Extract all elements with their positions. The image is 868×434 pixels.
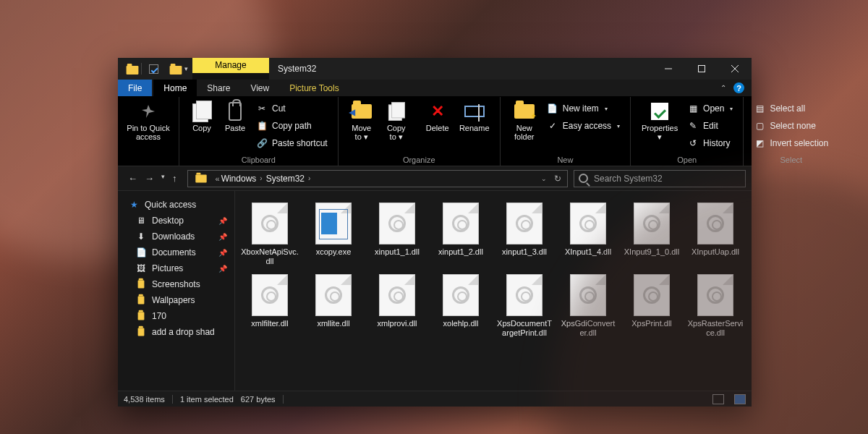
history-button[interactable]: ↺History: [684, 136, 736, 150]
file-name: xmlprovi.dll: [377, 319, 417, 328]
paste-button[interactable]: Paste: [220, 100, 250, 132]
file-item[interactable]: xmlfilter.dll: [239, 274, 300, 337]
tab-share[interactable]: Share: [197, 80, 240, 96]
move-to-button[interactable]: ◀ Move to ▾: [346, 100, 378, 141]
refresh-button[interactable]: ↻: [551, 174, 564, 184]
file-item[interactable]: xcopy.exe: [303, 203, 364, 265]
file-item[interactable]: xmlprovi.dll: [367, 274, 427, 337]
sidebar-item-170[interactable]: 170: [122, 308, 230, 324]
copy-to-icon: [386, 101, 407, 122]
copy-button[interactable]: Copy: [187, 100, 217, 132]
file-item[interactable]: xinput1_2.dll: [430, 203, 491, 265]
folder-icon: [195, 174, 206, 182]
file-name: XpsGdiConverter.dll: [559, 319, 617, 337]
svg-marker-4: [142, 105, 155, 118]
svg-rect-1: [699, 66, 705, 72]
paste-shortcut-button[interactable]: 🔗Paste shortcut: [253, 136, 331, 150]
ribbon-group-select: ▤Select all ▢Select none ◩Invert selecti…: [744, 97, 838, 166]
sidebar-item-label: add a drop shad: [152, 327, 215, 337]
file-item[interactable]: XpsDocumentTargetPrint.dll: [494, 274, 555, 337]
file-item[interactable]: XInput1_4.dll: [558, 203, 618, 265]
breadcrumb-overflow[interactable]: «: [216, 174, 220, 183]
download-icon: ⬇: [135, 231, 147, 242]
rename-icon: [464, 101, 485, 122]
file-item[interactable]: xinput1_3.dll: [494, 203, 555, 265]
chevron-right-icon: ›: [258, 174, 264, 182]
properties-button[interactable]: Properties ▾: [638, 100, 681, 141]
up-button[interactable]: ↑: [172, 173, 177, 184]
new-item-button[interactable]: 📄New item▾: [544, 101, 623, 116]
sidebar-item-label: Documents: [152, 247, 196, 258]
pin-icon: 📌: [218, 265, 227, 273]
file-item[interactable]: xmllite.dll: [303, 274, 364, 337]
select-none-button[interactable]: ▢Select none: [751, 119, 831, 133]
sidebar-item-wallpapers[interactable]: Wallpapers: [122, 292, 230, 308]
file-item[interactable]: xinput1_1.dll: [367, 203, 427, 265]
invert-selection-button[interactable]: ◩Invert selection: [751, 136, 831, 150]
minimize-button[interactable]: [652, 58, 685, 80]
file-item[interactable]: XpsGdiConverter.dll: [558, 274, 618, 337]
status-selected: 1 item selected: [180, 395, 234, 404]
copy-path-button[interactable]: 📋Copy path: [253, 119, 331, 133]
file-name: XpsDocumentTargetPrint.dll: [495, 319, 553, 337]
file-item[interactable]: XboxNetApiSvc.dll: [239, 203, 300, 265]
rename-button[interactable]: Rename: [456, 100, 493, 132]
dll-icon: [443, 274, 479, 316]
pin-to-quick-access-button[interactable]: Pin to Quick access: [125, 100, 171, 141]
file-item[interactable]: XpsPrint.dll: [621, 274, 682, 337]
back-button[interactable]: ←: [128, 173, 137, 184]
cut-button[interactable]: ✂Cut: [253, 101, 331, 116]
sidebar-item-documents[interactable]: 📄Documents📌: [122, 244, 230, 260]
file-item[interactable]: XInputUap.dll: [685, 203, 746, 265]
view-large-icons-button[interactable]: [734, 394, 746, 404]
ribbon-group-access: Pin to Quick access: [118, 97, 179, 166]
picture-icon: 🖼: [135, 263, 147, 273]
breadcrumb-system32[interactable]: System32: [266, 174, 305, 184]
sidebar-item-desktop[interactable]: 🖥Desktop📌: [122, 213, 230, 229]
breadcrumb-windows[interactable]: Windows: [221, 174, 257, 184]
invert-icon: ◩: [754, 137, 765, 149]
sidebar-item-screenshots[interactable]: Screenshots: [122, 276, 230, 292]
edit-button[interactable]: ✎Edit: [684, 119, 736, 133]
qat-dropdown-icon[interactable]: ▾: [184, 65, 188, 72]
tab-file[interactable]: File: [118, 80, 152, 96]
recent-dropdown[interactable]: ▾: [161, 173, 165, 184]
sidebar-item-pictures[interactable]: 🖼Pictures📌: [122, 260, 230, 276]
forward-button[interactable]: →: [145, 173, 154, 184]
file-name: xmllite.dll: [317, 319, 349, 328]
dll-icon: [570, 203, 606, 244]
content-area: ★ Quick access 🖥Desktop📌⬇Downloads📌📄Docu…: [118, 191, 752, 391]
address-bar[interactable]: « Windows › System32 › ⌄ ↻: [187, 170, 569, 187]
sidebar-item-add-a-drop-shad[interactable]: add a drop shad: [122, 324, 230, 340]
sidebar-quick-access[interactable]: ★ Quick access: [122, 197, 230, 213]
dll-icon: [570, 274, 606, 316]
sidebar-item-downloads[interactable]: ⬇Downloads📌: [122, 229, 230, 244]
file-item[interactable]: XInput9_1_0.dll: [621, 203, 682, 265]
new-folder-button[interactable]: ✦ New folder: [508, 100, 541, 141]
tab-home[interactable]: Home: [153, 80, 197, 96]
window-title: System32: [269, 58, 652, 80]
tab-view[interactable]: View: [240, 80, 279, 96]
file-name: xinput1_2.dll: [438, 247, 483, 257]
address-dropdown[interactable]: ⌄: [541, 175, 547, 182]
close-button[interactable]: [718, 58, 752, 80]
select-all-button[interactable]: ▤Select all: [751, 101, 831, 116]
dll-icon: [315, 274, 352, 316]
view-details-button[interactable]: [712, 394, 724, 404]
easy-access-button[interactable]: ✓Easy access▾: [544, 119, 623, 133]
scissors-icon: ✂: [256, 103, 268, 114]
file-view[interactable]: XboxNetApiSvc.dllxcopy.exexinput1_1.dllx…: [235, 191, 752, 391]
maximize-button[interactable]: [685, 58, 718, 80]
help-icon[interactable]: ?: [733, 82, 744, 93]
qat-checkbox-icon[interactable]: [149, 64, 158, 74]
search-box[interactable]: Search System32: [574, 170, 746, 187]
select-none-icon: ▢: [754, 120, 765, 132]
tab-picture-tools[interactable]: Picture Tools: [279, 80, 349, 96]
file-item[interactable]: xolehlp.dll: [430, 274, 491, 337]
status-item-count: 4,538 items: [124, 395, 165, 404]
open-button[interactable]: ▦Open▾: [684, 101, 736, 116]
collapse-ribbon-icon[interactable]: ⌃: [720, 84, 726, 92]
copy-to-button[interactable]: Copy to ▾: [380, 100, 412, 141]
delete-button[interactable]: ✕ Delete: [422, 100, 454, 132]
file-item[interactable]: XpsRasterService.dll: [685, 274, 746, 337]
